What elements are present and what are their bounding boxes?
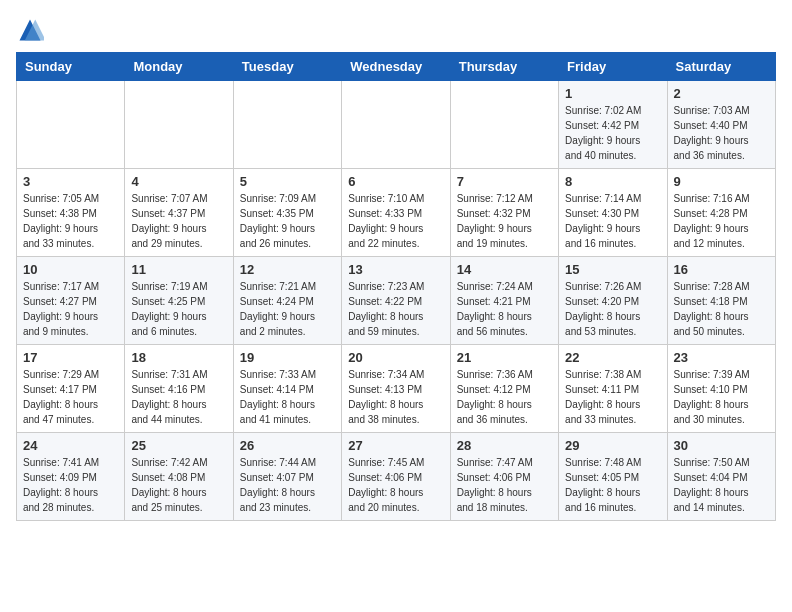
day-info: Sunrise: 7:03 AM Sunset: 4:40 PM Dayligh… — [674, 103, 769, 163]
day-number: 30 — [674, 438, 769, 453]
day-number: 29 — [565, 438, 660, 453]
day-cell: 20Sunrise: 7:34 AM Sunset: 4:13 PM Dayli… — [342, 345, 450, 433]
day-number: 24 — [23, 438, 118, 453]
day-cell: 1Sunrise: 7:02 AM Sunset: 4:42 PM Daylig… — [559, 81, 667, 169]
day-number: 5 — [240, 174, 335, 189]
day-cell — [450, 81, 558, 169]
col-header-monday: Monday — [125, 53, 233, 81]
day-number: 8 — [565, 174, 660, 189]
col-header-thursday: Thursday — [450, 53, 558, 81]
day-number: 17 — [23, 350, 118, 365]
day-number: 11 — [131, 262, 226, 277]
header-row: SundayMondayTuesdayWednesdayThursdayFrid… — [17, 53, 776, 81]
day-cell: 29Sunrise: 7:48 AM Sunset: 4:05 PM Dayli… — [559, 433, 667, 521]
day-cell: 11Sunrise: 7:19 AM Sunset: 4:25 PM Dayli… — [125, 257, 233, 345]
day-info: Sunrise: 7:02 AM Sunset: 4:42 PM Dayligh… — [565, 103, 660, 163]
day-cell: 5Sunrise: 7:09 AM Sunset: 4:35 PM Daylig… — [233, 169, 341, 257]
day-cell: 7Sunrise: 7:12 AM Sunset: 4:32 PM Daylig… — [450, 169, 558, 257]
day-cell — [125, 81, 233, 169]
day-cell: 23Sunrise: 7:39 AM Sunset: 4:10 PM Dayli… — [667, 345, 775, 433]
day-number: 12 — [240, 262, 335, 277]
col-header-tuesday: Tuesday — [233, 53, 341, 81]
day-cell: 13Sunrise: 7:23 AM Sunset: 4:22 PM Dayli… — [342, 257, 450, 345]
day-cell: 14Sunrise: 7:24 AM Sunset: 4:21 PM Dayli… — [450, 257, 558, 345]
week-row-4: 17Sunrise: 7:29 AM Sunset: 4:17 PM Dayli… — [17, 345, 776, 433]
day-info: Sunrise: 7:28 AM Sunset: 4:18 PM Dayligh… — [674, 279, 769, 339]
day-info: Sunrise: 7:10 AM Sunset: 4:33 PM Dayligh… — [348, 191, 443, 251]
week-row-5: 24Sunrise: 7:41 AM Sunset: 4:09 PM Dayli… — [17, 433, 776, 521]
day-cell: 22Sunrise: 7:38 AM Sunset: 4:11 PM Dayli… — [559, 345, 667, 433]
day-cell: 16Sunrise: 7:28 AM Sunset: 4:18 PM Dayli… — [667, 257, 775, 345]
day-number: 27 — [348, 438, 443, 453]
day-info: Sunrise: 7:34 AM Sunset: 4:13 PM Dayligh… — [348, 367, 443, 427]
day-cell — [342, 81, 450, 169]
day-info: Sunrise: 7:07 AM Sunset: 4:37 PM Dayligh… — [131, 191, 226, 251]
day-cell: 17Sunrise: 7:29 AM Sunset: 4:17 PM Dayli… — [17, 345, 125, 433]
day-cell: 28Sunrise: 7:47 AM Sunset: 4:06 PM Dayli… — [450, 433, 558, 521]
day-info: Sunrise: 7:48 AM Sunset: 4:05 PM Dayligh… — [565, 455, 660, 515]
day-info: Sunrise: 7:19 AM Sunset: 4:25 PM Dayligh… — [131, 279, 226, 339]
day-number: 16 — [674, 262, 769, 277]
header — [16, 16, 776, 44]
calendar-table: SundayMondayTuesdayWednesdayThursdayFrid… — [16, 52, 776, 521]
day-number: 7 — [457, 174, 552, 189]
day-cell: 9Sunrise: 7:16 AM Sunset: 4:28 PM Daylig… — [667, 169, 775, 257]
day-cell: 10Sunrise: 7:17 AM Sunset: 4:27 PM Dayli… — [17, 257, 125, 345]
week-row-1: 1Sunrise: 7:02 AM Sunset: 4:42 PM Daylig… — [17, 81, 776, 169]
day-info: Sunrise: 7:44 AM Sunset: 4:07 PM Dayligh… — [240, 455, 335, 515]
day-info: Sunrise: 7:50 AM Sunset: 4:04 PM Dayligh… — [674, 455, 769, 515]
day-cell: 27Sunrise: 7:45 AM Sunset: 4:06 PM Dayli… — [342, 433, 450, 521]
day-cell: 26Sunrise: 7:44 AM Sunset: 4:07 PM Dayli… — [233, 433, 341, 521]
day-info: Sunrise: 7:33 AM Sunset: 4:14 PM Dayligh… — [240, 367, 335, 427]
day-info: Sunrise: 7:17 AM Sunset: 4:27 PM Dayligh… — [23, 279, 118, 339]
day-cell — [233, 81, 341, 169]
day-cell: 8Sunrise: 7:14 AM Sunset: 4:30 PM Daylig… — [559, 169, 667, 257]
day-number: 3 — [23, 174, 118, 189]
day-info: Sunrise: 7:24 AM Sunset: 4:21 PM Dayligh… — [457, 279, 552, 339]
day-info: Sunrise: 7:47 AM Sunset: 4:06 PM Dayligh… — [457, 455, 552, 515]
day-number: 14 — [457, 262, 552, 277]
day-info: Sunrise: 7:09 AM Sunset: 4:35 PM Dayligh… — [240, 191, 335, 251]
day-number: 22 — [565, 350, 660, 365]
day-info: Sunrise: 7:26 AM Sunset: 4:20 PM Dayligh… — [565, 279, 660, 339]
day-cell: 30Sunrise: 7:50 AM Sunset: 4:04 PM Dayli… — [667, 433, 775, 521]
day-info: Sunrise: 7:16 AM Sunset: 4:28 PM Dayligh… — [674, 191, 769, 251]
day-info: Sunrise: 7:39 AM Sunset: 4:10 PM Dayligh… — [674, 367, 769, 427]
day-cell: 4Sunrise: 7:07 AM Sunset: 4:37 PM Daylig… — [125, 169, 233, 257]
day-number: 18 — [131, 350, 226, 365]
day-cell: 25Sunrise: 7:42 AM Sunset: 4:08 PM Dayli… — [125, 433, 233, 521]
day-info: Sunrise: 7:14 AM Sunset: 4:30 PM Dayligh… — [565, 191, 660, 251]
col-header-wednesday: Wednesday — [342, 53, 450, 81]
col-header-friday: Friday — [559, 53, 667, 81]
day-info: Sunrise: 7:36 AM Sunset: 4:12 PM Dayligh… — [457, 367, 552, 427]
day-info: Sunrise: 7:29 AM Sunset: 4:17 PM Dayligh… — [23, 367, 118, 427]
day-cell: 6Sunrise: 7:10 AM Sunset: 4:33 PM Daylig… — [342, 169, 450, 257]
day-number: 19 — [240, 350, 335, 365]
logo-icon — [16, 16, 44, 44]
day-info: Sunrise: 7:31 AM Sunset: 4:16 PM Dayligh… — [131, 367, 226, 427]
day-number: 6 — [348, 174, 443, 189]
day-cell: 19Sunrise: 7:33 AM Sunset: 4:14 PM Dayli… — [233, 345, 341, 433]
day-cell: 15Sunrise: 7:26 AM Sunset: 4:20 PM Dayli… — [559, 257, 667, 345]
day-cell: 3Sunrise: 7:05 AM Sunset: 4:38 PM Daylig… — [17, 169, 125, 257]
day-number: 26 — [240, 438, 335, 453]
day-cell: 21Sunrise: 7:36 AM Sunset: 4:12 PM Dayli… — [450, 345, 558, 433]
day-number: 25 — [131, 438, 226, 453]
day-number: 20 — [348, 350, 443, 365]
day-info: Sunrise: 7:12 AM Sunset: 4:32 PM Dayligh… — [457, 191, 552, 251]
day-number: 4 — [131, 174, 226, 189]
day-number: 23 — [674, 350, 769, 365]
day-cell: 12Sunrise: 7:21 AM Sunset: 4:24 PM Dayli… — [233, 257, 341, 345]
day-info: Sunrise: 7:21 AM Sunset: 4:24 PM Dayligh… — [240, 279, 335, 339]
day-info: Sunrise: 7:23 AM Sunset: 4:22 PM Dayligh… — [348, 279, 443, 339]
day-cell: 2Sunrise: 7:03 AM Sunset: 4:40 PM Daylig… — [667, 81, 775, 169]
day-info: Sunrise: 7:42 AM Sunset: 4:08 PM Dayligh… — [131, 455, 226, 515]
col-header-sunday: Sunday — [17, 53, 125, 81]
day-number: 15 — [565, 262, 660, 277]
week-row-3: 10Sunrise: 7:17 AM Sunset: 4:27 PM Dayli… — [17, 257, 776, 345]
day-cell: 24Sunrise: 7:41 AM Sunset: 4:09 PM Dayli… — [17, 433, 125, 521]
day-info: Sunrise: 7:38 AM Sunset: 4:11 PM Dayligh… — [565, 367, 660, 427]
day-number: 9 — [674, 174, 769, 189]
day-cell — [17, 81, 125, 169]
day-cell: 18Sunrise: 7:31 AM Sunset: 4:16 PM Dayli… — [125, 345, 233, 433]
